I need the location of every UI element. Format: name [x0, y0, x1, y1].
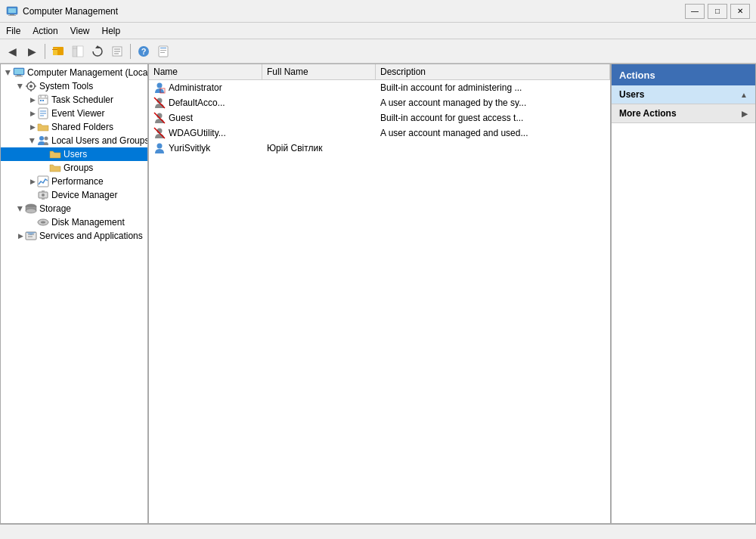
groups-folder-icon — [49, 162, 61, 174]
col-header-description[interactable]: Description — [376, 64, 610, 79]
toolbar-separator-1 — [45, 44, 45, 59]
tree-root[interactable]: ▶ Computer Management (Local) — [1, 66, 147, 79]
cell-name-yurisvitlyk: YuriSvitlyk — [149, 141, 262, 156]
close-button[interactable]: ✕ — [730, 4, 750, 19]
tree-task-scheduler[interactable]: ▶ Task Scheduler — [1, 93, 147, 107]
actions-panel: Actions Users ▲ More Actions ▶ — [612, 64, 755, 523]
list-item-administrator[interactable]: Administrator Built-in account for admin… — [149, 80, 610, 95]
action-section-users-label: Users — [619, 89, 644, 100]
svg-rect-46 — [42, 191, 45, 192]
list-item-wdagutility[interactable]: WDAGUtility... A user account managed an… — [149, 125, 610, 141]
tree-groups-label: Groups — [64, 163, 93, 173]
cell-fullname-wdagutility — [262, 132, 376, 135]
tree-local-users-groups[interactable]: ▶ Local Users and Groups — [1, 134, 147, 147]
back-button[interactable]: ◀ — [3, 42, 21, 60]
window-controls: — □ ✕ — [685, 4, 750, 19]
svg-rect-1 — [8, 8, 16, 13]
properties-button[interactable] — [154, 42, 172, 60]
svg-text:?: ? — [141, 47, 147, 56]
tree-shared-folders[interactable]: ▶ Shared Folders — [1, 120, 147, 134]
tree-storage[interactable]: ▶ Storage — [1, 202, 147, 215]
svg-point-45 — [42, 194, 45, 197]
menu-view[interactable]: View — [64, 24, 96, 37]
svg-rect-7 — [73, 46, 77, 57]
maximize-button[interactable]: □ — [708, 4, 727, 19]
tree-event-viewer-label: Event Viewer — [51, 108, 104, 119]
expand-event-viewer-icon: ▶ — [28, 109, 37, 118]
forward-button[interactable]: ▶ — [23, 42, 41, 60]
action-section-more[interactable]: More Actions ▶ — [612, 104, 755, 123]
list-item-guest[interactable]: Guest Built-in account for guest access … — [149, 110, 610, 125]
menu-help[interactable]: Help — [96, 24, 127, 37]
tree-storage-label: Storage — [39, 203, 71, 214]
tree-root-label: Computer Management (Local) — [27, 67, 149, 78]
user-icon-wdagutility — [153, 127, 166, 139]
tree-disk-management[interactable]: ▶ Disk Management — [1, 215, 147, 229]
help-button[interactable]: ? — [135, 42, 153, 60]
toolbar-separator-2 — [130, 44, 131, 59]
content-panel: Name Full Name Description Administrator… — [149, 64, 612, 523]
users-folder-icon — [49, 148, 61, 160]
svg-point-57 — [157, 83, 163, 88]
chevron-right-icon: ▶ — [742, 110, 748, 118]
local-users-groups-icon — [37, 135, 49, 147]
minimize-button[interactable]: — — [685, 4, 705, 19]
user-icon-defaultaccount — [153, 97, 166, 109]
cell-fullname-administrator — [262, 86, 376, 89]
svg-point-65 — [157, 144, 163, 149]
tree-task-scheduler-label: Task Scheduler — [51, 94, 113, 105]
cell-name-guest: Guest — [149, 110, 262, 125]
tree-event-viewer[interactable]: ▶ Event Viewer — [1, 107, 147, 120]
device-manager-icon — [37, 189, 49, 201]
expand-task-scheduler-icon: ▶ — [28, 95, 37, 104]
col-header-name[interactable]: Name — [149, 64, 262, 79]
status-bar — [0, 524, 756, 539]
tree-users[interactable]: ▶ Users — [1, 147, 147, 161]
up-button[interactable] — [49, 42, 67, 60]
toolbar: ◀ ▶ ? — [0, 39, 756, 64]
export-button[interactable] — [108, 42, 126, 60]
tree-system-tools[interactable]: ▶ System Tools — [1, 79, 147, 93]
performance-icon — [37, 175, 49, 187]
expand-root-icon: ▶ — [4, 68, 13, 77]
cell-name-wdagutility: WDAGUtility... — [149, 125, 262, 141]
cell-desc-yurisvitlyk — [376, 147, 610, 150]
cell-fullname-guest — [262, 116, 376, 119]
disk-management-icon — [37, 216, 49, 228]
action-section-more-label: More Actions — [619, 108, 677, 119]
svg-rect-20 — [160, 52, 165, 53]
window-title: Computer Management — [23, 6, 685, 17]
svg-rect-24 — [15, 76, 23, 77]
expand-performance-icon: ▶ — [28, 177, 37, 186]
menu-file[interactable]: File — [0, 24, 26, 37]
event-viewer-icon — [37, 107, 49, 119]
list-item-yurisvitlyk[interactable]: YuriSvitlyk Юрій Світлик — [149, 141, 610, 156]
svg-rect-43 — [38, 176, 48, 187]
tree-services-apps-label: Services and Applications — [39, 231, 143, 241]
cell-desc-wdagutility: A user account managed and used... — [376, 126, 610, 140]
expand-shared-folders-icon: ▶ — [28, 122, 37, 132]
main-container: ▶ Computer Management (Local) ▶ System T… — [0, 64, 756, 524]
menu-action[interactable]: Action — [26, 24, 64, 37]
tree-device-manager[interactable]: ▶ Device Manager — [1, 188, 147, 202]
task-scheduler-icon — [37, 94, 49, 106]
cell-desc-guest: Built-in account for guest access t... — [376, 111, 610, 125]
tree-system-tools-label: System Tools — [39, 81, 93, 91]
tree-panel: ▶ Computer Management (Local) ▶ System T… — [1, 64, 149, 523]
show-console-tree-button[interactable] — [69, 42, 87, 60]
list-item-defaultaccount[interactable]: DefaultAcco... A user account managed by… — [149, 95, 610, 110]
refresh-button[interactable] — [88, 42, 107, 60]
expand-system-tools-icon: ▶ — [16, 82, 25, 91]
action-section-users[interactable]: Users ▲ — [612, 85, 755, 104]
cell-fullname-defaultaccount — [262, 101, 376, 104]
tree-groups[interactable]: ▶ Groups — [1, 161, 147, 175]
tree-services-apps[interactable]: ▶ Services and Applications — [1, 229, 147, 243]
list-header: Name Full Name Description — [149, 64, 610, 80]
svg-point-50 — [26, 209, 36, 213]
user-icon-administrator — [153, 82, 166, 94]
services-icon — [25, 230, 37, 242]
tree-users-label: Users — [64, 149, 87, 160]
tree-performance[interactable]: ▶ Performance — [1, 175, 147, 188]
col-header-fullname[interactable]: Full Name — [262, 64, 376, 79]
svg-point-41 — [39, 136, 44, 141]
